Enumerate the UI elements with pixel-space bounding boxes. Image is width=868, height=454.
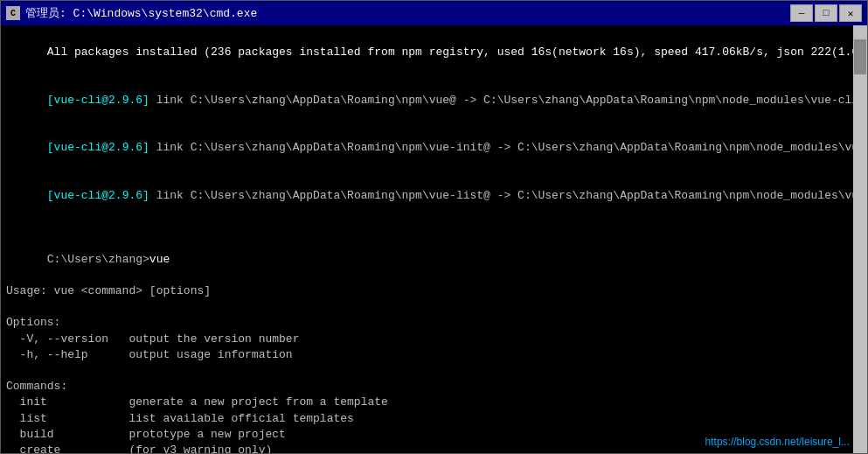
blank-1 [6, 220, 862, 235]
window-controls[interactable]: — □ ✕ [790, 4, 862, 22]
line-list: list list available official templates [6, 411, 862, 427]
line-init: init generate a new project from a templ… [6, 395, 862, 410]
line-usage: Usage: vue <command> [options] [6, 283, 862, 299]
close-button[interactable]: ✕ [839, 4, 862, 22]
line-2: [vue-cli@2.9.6] link C:\Users\zhang\AppD… [6, 77, 862, 125]
success-text: All packages installed (236 packages ins… [47, 45, 862, 59]
watermark: https://blog.csdn.net/leisure_l... [705, 436, 850, 448]
blank-2 [6, 299, 862, 315]
minimize-button[interactable]: — [790, 4, 813, 22]
line-3: [vue-cli@2.9.6] link C:\Users\zhang\AppD… [6, 124, 862, 172]
scrollbar-thumb[interactable] [854, 39, 866, 74]
scrollbar[interactable] [853, 25, 867, 453]
terminal-area[interactable]: All packages installed (236 packages ins… [1, 25, 867, 453]
cmd-icon: C [6, 6, 20, 20]
cmd-window: C 管理员: C:\Windows\system32\cmd.exe — □ ✕… [0, 0, 868, 454]
line-4: [vue-cli@2.9.6] link C:\Users\zhang\AppD… [6, 172, 862, 220]
line-commands: Commands: [6, 379, 862, 395]
line-prompt-vue: C:\Users\zhang>vue [6, 235, 862, 283]
line-version: -V, --version output the version number [6, 332, 862, 347]
maximize-button[interactable]: □ [815, 4, 837, 22]
blank-3 [6, 363, 862, 379]
title-bar: C 管理员: C:\Windows\system32\cmd.exe — □ ✕ [1, 1, 867, 25]
title-bar-left: C 管理员: C:\Windows\system32\cmd.exe [6, 5, 257, 21]
line-1: All packages installed (236 packages ins… [6, 29, 862, 77]
line-help: -h, --help output usage information [6, 347, 862, 363]
line-options: Options: [6, 315, 862, 331]
window-title: 管理员: C:\Windows\system32\cmd.exe [25, 5, 257, 21]
